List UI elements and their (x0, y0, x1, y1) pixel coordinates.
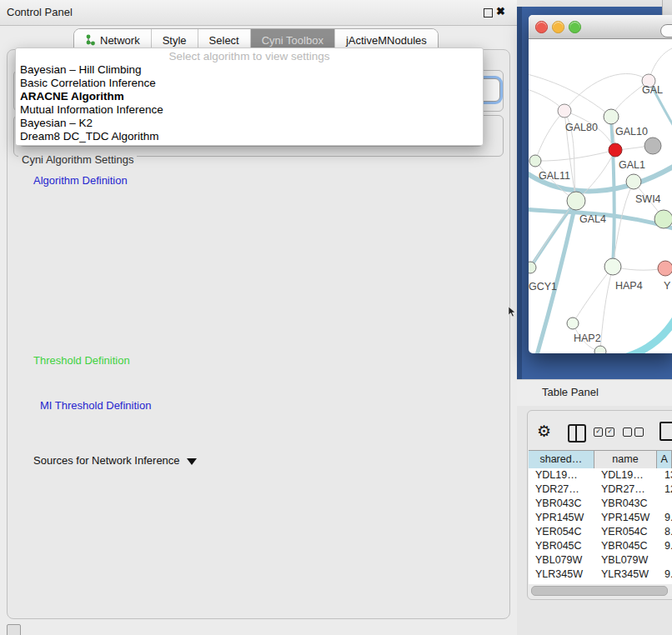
algorithm-option[interactable]: Basic Correlation Inference (16, 77, 483, 90)
node-label: Y (664, 280, 671, 292)
sources-group-title[interactable]: Sources for Network Inference (30, 454, 200, 467)
table-cell: YBR045C (529, 539, 594, 553)
algorithm-option[interactable]: Mutual Information Inference (16, 103, 483, 117)
table-cell: YPR145W (594, 511, 658, 525)
tab-label: Cyni Toolbox (262, 34, 323, 47)
node-label: GAL (642, 84, 663, 96)
node-label: SWI4 (635, 193, 661, 205)
network-node-hap4[interactable] (604, 258, 621, 275)
table-cell: YBR043C (529, 497, 594, 511)
algorithm-option[interactable]: Bayesian – K2 (16, 117, 483, 130)
column-header[interactable]: name (594, 451, 658, 469)
control-panel-title: Control Panel (7, 6, 73, 18)
desktop-top-strip (517, 0, 672, 7)
network-node-gcy1[interactable] (529, 262, 536, 273)
close-traffic-light-icon[interactable] (535, 21, 548, 33)
network-node[interactable] (644, 138, 661, 154)
network-node-gal10[interactable] (604, 109, 619, 124)
sources-title-text: Sources for Network Inference (33, 454, 180, 467)
gear-icon[interactable]: ⚙ (537, 422, 551, 441)
minimized-panel-icon[interactable] (7, 624, 21, 635)
tab-label: Style (163, 34, 187, 47)
node-label: HAP2 (574, 332, 601, 344)
close-icon[interactable]: ✖ (496, 5, 505, 18)
network-node-y[interactable] (658, 261, 672, 276)
table-cell: 9. (658, 539, 672, 553)
network-node-hap2[interactable] (567, 318, 579, 329)
table-cell: YER054C (529, 525, 594, 539)
table-body: YDL19…YDL19…13YDR27…YDR27…12YBR043CYBR04… (529, 468, 672, 584)
tab-label: Select (209, 34, 239, 47)
network-node-gal11[interactable] (529, 155, 541, 167)
mouse-cursor (509, 307, 517, 318)
algorithm-option[interactable]: Dream8 DC_TDC Algorithm (16, 130, 483, 143)
node-label: GCY1 (529, 281, 557, 292)
zoom-traffic-light-icon[interactable] (569, 21, 581, 33)
table-cell: YBL079W (594, 553, 658, 568)
node-label: GAL4 (579, 213, 606, 225)
checked-boxes-icon[interactable]: ✓✓ (594, 428, 614, 437)
table-cell: YDL19… (594, 468, 658, 482)
unchecked-boxes-icon[interactable] (623, 428, 644, 437)
table-row[interactable]: YDL19…YDL19…13 (529, 468, 672, 482)
cyni-settings-title: Cyni Algorithm Settings (18, 153, 137, 166)
node-label: HAP4 (615, 280, 643, 292)
table-cell: 12 (658, 482, 672, 497)
column-header[interactable]: shared… (529, 451, 594, 469)
network-view-window: GALGAL80GAL10GAL1GAL11SWI4GAL4GCY1HAP4YH… (529, 15, 672, 353)
network-icon (85, 34, 96, 46)
network-node-gal80[interactable] (558, 104, 571, 118)
control-panel-titlebar (0, 0, 517, 26)
table-cell: YLR345W (529, 568, 594, 582)
node-label: GAL11 (539, 170, 570, 182)
table-cell: 9. (658, 568, 672, 582)
screen: Control Panel ✖ NetworkStyleSelectCyni T… (0, 0, 672, 635)
popup-placeholder: Select algorithm to view settings (16, 48, 483, 63)
tab-label: jActiveMNodules (346, 34, 427, 47)
minimize-traffic-light-icon[interactable] (552, 21, 564, 33)
tab-label: Network (100, 34, 140, 47)
algorithm-option[interactable]: Bayesian – Hill Climbing (16, 63, 483, 77)
table-row[interactable]: YER054CYER054C8. (529, 525, 672, 539)
network-node-gal1[interactable] (609, 143, 622, 157)
network-window-titlebar[interactable] (529, 15, 672, 39)
network-canvas[interactable]: GALGAL80GAL10GAL1GAL11SWI4GAL4GCY1HAP4YH… (529, 38, 672, 353)
table-cell (658, 497, 672, 511)
node-label: GAL10 (615, 126, 648, 138)
threshold-group-title: Threshold Definition (30, 354, 133, 367)
table-row[interactable]: YPR145WYPR145W9. (529, 511, 672, 525)
table-cell: YDR27… (529, 482, 594, 497)
network-node-gal4[interactable] (567, 192, 585, 210)
table-row[interactable]: YBR043CYBR043C (529, 497, 672, 511)
table-cell: YBR043C (594, 497, 658, 511)
table-cell: YBL079W (529, 553, 594, 568)
network-node[interactable] (594, 346, 606, 353)
table-cell: YDL19… (529, 468, 594, 482)
algorithm-option[interactable]: ARACNE Algorithm (16, 90, 483, 103)
table-cell: YPR145W (529, 511, 594, 525)
table-row[interactable]: YBR045CYBR045C9. (529, 539, 672, 553)
table-cell: 13 (658, 468, 672, 482)
table-cell (658, 553, 672, 568)
table-cell: YDR27… (594, 482, 658, 497)
network-edge-cyan (627, 313, 672, 353)
float-window-icon[interactable] (484, 8, 493, 18)
algorithm-definition-title: Algorithm Definition (30, 174, 131, 187)
table-row[interactable]: YDR27…YDR27…12 (529, 482, 672, 497)
network-node-swi4[interactable] (626, 174, 641, 189)
node-label: GAL80 (565, 122, 598, 133)
document-icon[interactable] (659, 422, 672, 441)
table-header-row: shared…nameA (529, 450, 672, 470)
algorithm-dropdown-popup: Select algorithm to view settings Bayesi… (15, 48, 484, 146)
table-cell: YER054C (594, 525, 658, 539)
titlebar-search-fragment (660, 24, 672, 38)
table-hscrollbar-thumb[interactable] (531, 586, 668, 596)
network-node[interactable] (654, 210, 672, 228)
node-label: GAL1 (619, 159, 645, 171)
split-columns-icon[interactable] (568, 424, 586, 442)
algorithm-list: Bayesian – Hill ClimbingBasic Correlatio… (16, 63, 483, 143)
table-row[interactable]: YLR345WYLR345W9. (529, 568, 672, 582)
table-row[interactable]: YBL079WYBL079W (529, 553, 672, 568)
column-header[interactable]: A (657, 451, 672, 469)
table-cell: 8. (658, 525, 672, 539)
